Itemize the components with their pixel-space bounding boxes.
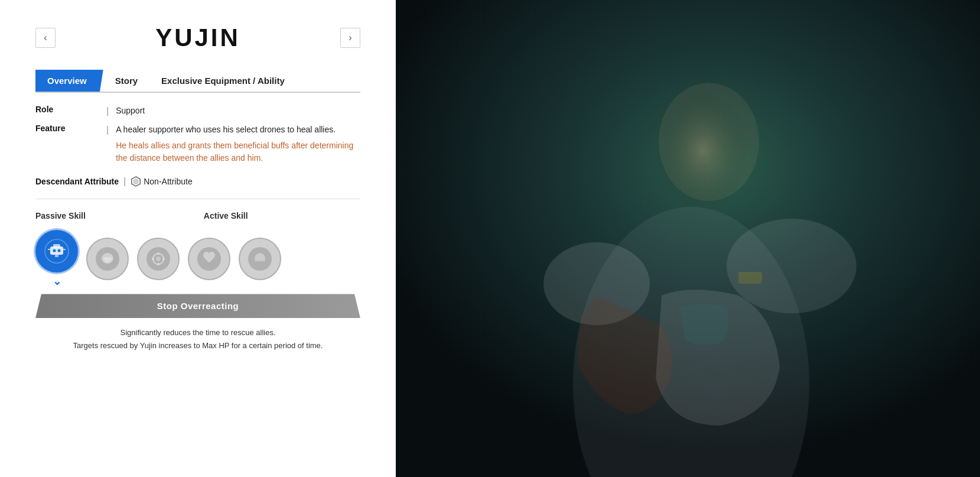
skill-circle-3 <box>137 238 180 280</box>
skill-circle-4 <box>188 238 230 280</box>
role-value: Support <box>116 105 145 117</box>
svg-point-6 <box>58 249 61 252</box>
descendant-attr-label: Descendant Attribute <box>35 177 119 186</box>
portrait-area <box>396 0 980 477</box>
active-skill-label: Active Skill <box>204 211 248 220</box>
feature-value: A healer supporter who uses his select d… <box>116 124 360 164</box>
skill-name-bar: Stop Overreacting <box>35 294 360 318</box>
non-attribute-icon <box>131 176 141 187</box>
skill-icon-1[interactable]: ⌄ <box>35 230 78 288</box>
skill-desc-line2: Targets rescued by Yujin increases to Ma… <box>73 339 323 352</box>
character-name: YUJIN <box>155 24 240 52</box>
feature-row: Feature | A healer supporter who uses hi… <box>35 124 360 164</box>
tab-overview[interactable]: Overview <box>35 70 103 92</box>
skill-description: Significantly reduces the time to rescue… <box>73 326 323 352</box>
role-row: Role | Support <box>35 105 360 118</box>
svg-rect-12 <box>103 257 112 261</box>
svg-point-17 <box>157 252 159 255</box>
feature-line1: A healer supporter who uses his select d… <box>116 124 360 136</box>
role-divider: | <box>106 105 109 118</box>
skill-icon-4[interactable] <box>188 238 230 280</box>
skill-circle-5 <box>239 238 281 280</box>
svg-rect-4 <box>53 244 60 248</box>
svg-point-5 <box>53 249 56 252</box>
feature-label: Feature <box>35 124 106 133</box>
descendant-attr-row: Descendant Attribute | Non-Attribute <box>35 176 360 187</box>
info-table: Role | Support Feature | A healer suppor… <box>35 105 360 170</box>
passive-skill-label: Passive Skill <box>35 211 86 220</box>
svg-rect-7 <box>55 255 58 257</box>
tab-story[interactable]: Story <box>103 70 149 92</box>
svg-point-19 <box>152 258 154 260</box>
skill-selected-indicator: ⌄ <box>53 275 61 288</box>
next-character-button[interactable]: › <box>340 28 360 48</box>
left-panel: ‹ YUJIN › Overview Story Exclusive Equip… <box>0 0 396 477</box>
divider <box>35 199 360 199</box>
tab-exclusive[interactable]: Exclusive Equipment / Ability <box>149 70 297 92</box>
svg-marker-1 <box>134 179 139 185</box>
svg-rect-3 <box>50 246 63 255</box>
svg-rect-13 <box>105 261 110 262</box>
header-row: ‹ YUJIN › <box>35 24 360 52</box>
tabs-row: Overview Story Exclusive Equipment / Abi… <box>35 70 360 93</box>
skills-header: Passive Skill Active Skill <box>35 211 360 220</box>
svg-point-20 <box>162 258 165 260</box>
feature-line2: He heals allies and grants them benefici… <box>116 139 360 164</box>
role-label: Role <box>35 105 106 114</box>
right-panel <box>396 0 980 477</box>
skill-circle-1 <box>35 230 78 272</box>
prev-character-button[interactable]: ‹ <box>35 28 56 48</box>
skill-icon-2[interactable] <box>86 238 129 280</box>
svg-point-18 <box>157 263 159 265</box>
skill-icon-3[interactable] <box>137 238 180 280</box>
skills-icons-row: ⌄ <box>35 230 360 288</box>
skill-icon-5[interactable] <box>239 238 281 280</box>
svg-point-16 <box>156 257 161 261</box>
skill-circle-2 <box>86 238 129 280</box>
attr-sep: | <box>123 176 126 187</box>
feature-divider: | <box>106 124 109 137</box>
attr-value: Non-Attribute <box>144 177 192 186</box>
svg-rect-23 <box>255 259 265 261</box>
skill-desc-line1: Significantly reduces the time to rescue… <box>73 326 323 339</box>
